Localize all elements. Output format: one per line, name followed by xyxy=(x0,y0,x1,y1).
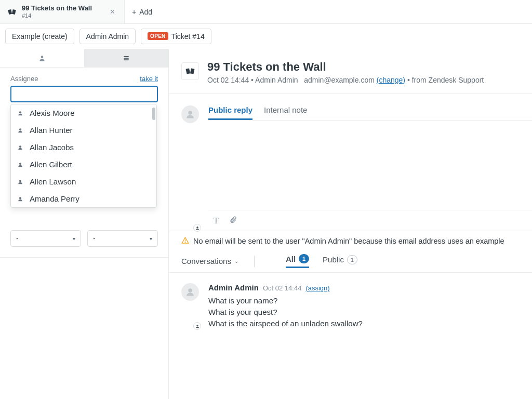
person-icon xyxy=(17,162,23,168)
filter-all[interactable]: All 1 xyxy=(286,254,309,268)
change-requester-link[interactable]: (change) xyxy=(377,76,405,84)
person-icon xyxy=(17,127,23,134)
main-area: Assignee take it Alexis Moore Allan Hunt… xyxy=(0,49,532,399)
properties-panel: Assignee take it Alexis Moore Allan Hunt… xyxy=(0,49,169,399)
person-icon xyxy=(17,110,23,116)
page-title: 99 Tickets on the Wall xyxy=(207,60,484,74)
svg-point-19 xyxy=(196,325,198,326)
sidebar-tab-ticket[interactable] xyxy=(84,49,168,67)
ticket-tab[interactable]: 99 Tickets on the Wall #14 × xyxy=(0,0,125,23)
chevron-down-icon: ▾ xyxy=(73,236,75,242)
message-time: Oct 02 14:44 xyxy=(263,284,301,292)
add-tab-button[interactable]: + Add xyxy=(125,0,159,23)
breadcrumb-ticket-label: Ticket #14 xyxy=(171,32,205,41)
agent-badge-icon xyxy=(193,224,201,232)
divider xyxy=(254,256,255,267)
assignee-input[interactable] xyxy=(10,86,158,102)
ticket-tab-icon xyxy=(7,7,17,17)
ticket-subline: Oct 02 14:44 • Admin Admin admin@example… xyxy=(207,76,484,84)
assignee-option[interactable]: Allen Gilbert xyxy=(11,156,156,173)
property-select[interactable]: - ▾ xyxy=(87,230,158,247)
take-it-link[interactable]: take it xyxy=(140,75,158,83)
svg-rect-4 xyxy=(124,58,128,59)
svg-point-10 xyxy=(19,180,21,182)
requester-avatar-icon xyxy=(181,62,199,80)
svg-rect-12 xyxy=(186,68,191,74)
property-select[interactable]: - ▾ xyxy=(10,230,81,247)
assignee-option-label: Allan Jacobs xyxy=(30,143,74,152)
assignee-option-label: Allen Lawson xyxy=(30,177,76,186)
message-text: What is your name? What is your quest? W… xyxy=(208,295,520,329)
svg-point-17 xyxy=(185,242,185,242)
dropdown-scrollbar[interactable] xyxy=(152,108,155,120)
svg-point-7 xyxy=(19,128,21,130)
warning-icon xyxy=(181,236,189,246)
attachment-icon[interactable] xyxy=(229,216,237,225)
tab-internal-note[interactable]: Internal note xyxy=(264,105,307,120)
avatar-icon xyxy=(181,283,199,301)
sidebar-tab-user[interactable] xyxy=(0,49,84,67)
chevron-down-icon: ▾ xyxy=(150,236,152,242)
breadcrumb-org[interactable]: Example (create) xyxy=(5,29,74,44)
property-select-value: - xyxy=(16,234,19,243)
count-badge: 1 xyxy=(347,255,357,264)
person-icon xyxy=(17,179,23,185)
plus-icon: + xyxy=(132,8,136,16)
assignee-option-label: Allan Hunter xyxy=(30,126,73,135)
assignee-option[interactable]: Alexis Moore xyxy=(11,104,156,122)
person-icon xyxy=(17,144,23,151)
sidebar-tabs xyxy=(0,49,168,68)
assign-link[interactable]: (assign) xyxy=(305,284,329,292)
count-badge: 1 xyxy=(299,254,309,263)
close-icon[interactable]: × xyxy=(108,7,117,17)
message-line: What is your name? xyxy=(208,295,520,307)
assignee-option[interactable]: Allan Jacobs xyxy=(11,139,156,156)
svg-rect-13 xyxy=(190,68,195,74)
breadcrumb-user[interactable]: Admin Admin xyxy=(79,29,136,44)
add-tab-label: Add xyxy=(139,8,152,16)
current-user-avatar xyxy=(181,105,200,231)
svg-point-9 xyxy=(19,163,21,165)
assignee-option[interactable]: Amanda Perry xyxy=(11,190,156,207)
format-text-icon[interactable]: T xyxy=(214,216,219,225)
conversations-bar: Conversations ⌄ All 1 Public 1 xyxy=(169,252,532,273)
tabs-bar: 99 Tickets on the Wall #14 × + Add xyxy=(0,0,532,24)
svg-point-8 xyxy=(19,145,21,148)
property-select-value: - xyxy=(93,234,96,243)
filter-public[interactable]: Public 1 xyxy=(323,254,357,268)
svg-point-18 xyxy=(188,288,192,292)
message-avatar xyxy=(181,283,200,329)
assignee-label: Assignee xyxy=(10,75,38,83)
warning-text: No email will be sent to the user "Admin… xyxy=(193,237,504,245)
reply-textarea[interactable] xyxy=(208,120,532,208)
tab-sub: #14 xyxy=(22,12,92,19)
ticket-header: 99 Tickets on the Wall Oct 02 14:44 • Ad… xyxy=(169,49,532,94)
assignee-option-label: Alexis Moore xyxy=(30,109,75,117)
agent-badge-icon xyxy=(193,322,201,330)
warning-message: No email will be sent to the user "Admin… xyxy=(169,231,532,252)
chevron-down-icon: ⌄ xyxy=(234,258,238,264)
assignee-option[interactable]: Allen Lawson xyxy=(11,173,156,190)
assignee-option-label: Amanda Perry xyxy=(30,194,79,203)
tab-title: 99 Tickets on the Wall xyxy=(22,5,92,12)
reply-tabs: Public reply Internal note xyxy=(208,105,532,120)
svg-point-15 xyxy=(196,227,198,228)
svg-rect-0 xyxy=(8,9,12,14)
message-author: Admin Admin xyxy=(208,283,259,292)
svg-point-11 xyxy=(19,197,21,199)
reply-toolbar: T xyxy=(208,210,532,231)
tab-public-reply[interactable]: Public reply xyxy=(208,105,252,120)
breadcrumb-ticket[interactable]: OPEN Ticket #14 xyxy=(141,29,211,44)
conversation-message: Admin Admin Oct 02 14:44 (assign) What i… xyxy=(169,273,532,339)
status-badge: OPEN xyxy=(148,32,168,40)
reply-area: Public reply Internal note T xyxy=(169,94,532,231)
assignee-option[interactable]: Allan Hunter xyxy=(11,122,156,139)
ticket-content: 99 Tickets on the Wall Oct 02 14:44 • Ad… xyxy=(169,49,532,399)
breadcrumb: Example (create) Admin Admin OPEN Ticket… xyxy=(0,24,532,49)
svg-rect-1 xyxy=(12,9,16,14)
conversations-dropdown[interactable]: Conversations ⌄ xyxy=(181,257,238,265)
svg-rect-3 xyxy=(124,56,128,57)
assignee-option-label: Allen Gilbert xyxy=(30,160,72,169)
person-icon xyxy=(17,196,23,202)
message-line: What is your quest? xyxy=(208,307,520,318)
